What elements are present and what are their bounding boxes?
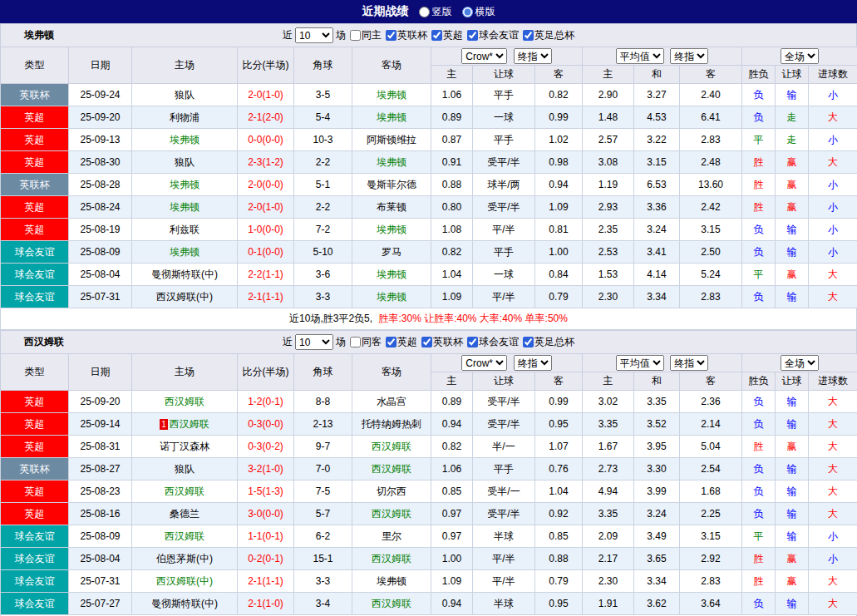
final-odds-select[interactable]: 终指 xyxy=(514,355,552,371)
ah-home-odds: 0.87 xyxy=(431,129,473,151)
eu-away-odds: 2.25 xyxy=(680,503,742,525)
match-result: 负 xyxy=(742,84,776,106)
layout-horizontal-option[interactable]: 横版 xyxy=(462,5,495,19)
match-date: 25-08-09 xyxy=(69,525,132,548)
ah-home-odds: 1.09 xyxy=(431,570,473,593)
layout-vertical-option[interactable]: 竖版 xyxy=(419,5,452,19)
col-type-header: 类型 xyxy=(1,47,69,84)
competition-filter[interactable]: 英联杯 xyxy=(417,335,463,349)
odds-company-select[interactable]: Crow* xyxy=(461,48,507,64)
competition-filter[interactable]: 英超 xyxy=(382,335,417,349)
near-label: 近 xyxy=(283,335,293,349)
competition-checkbox[interactable] xyxy=(431,30,442,41)
odds-company-select[interactable]: Crow* xyxy=(461,355,507,371)
competition-checkbox[interactable] xyxy=(523,30,534,41)
competition-checkbox[interactable] xyxy=(386,30,396,41)
col-home-header: 主场 xyxy=(132,47,238,84)
competition-filter[interactable]: 英足总杯 xyxy=(519,28,574,42)
overunder-result: 大 xyxy=(809,264,857,286)
overunder-result: 小 xyxy=(809,219,857,241)
match-date: 25-08-30 xyxy=(69,151,132,174)
match-row: 球会友谊25-07-31西汉姆联(中)2-1(1-1)3-3埃弗顿1.09平/半… xyxy=(1,286,857,308)
home-team: 狼队 xyxy=(132,458,238,480)
ah-away-odds: 0.99 xyxy=(535,106,583,129)
near-label: 近 xyxy=(283,28,293,42)
match-result: 负 xyxy=(742,593,776,615)
handicap-result: 赢 xyxy=(776,264,809,286)
match-score: 2-1(2-0) xyxy=(238,106,294,129)
match-date: 25-07-31 xyxy=(69,570,132,593)
eu-draw-odds: 3.34 xyxy=(634,570,680,593)
ah-away-odds: 1.02 xyxy=(535,129,583,151)
competition-checkbox[interactable] xyxy=(523,337,534,347)
overunder-result: 大 xyxy=(809,286,857,308)
ah-home-odds: 0.97 xyxy=(431,503,473,525)
match-row: 英超25-08-30狼队2-3(1-2)2-2埃弗顿0.91受平/半0.983.… xyxy=(1,151,857,174)
competition-badge: 英超 xyxy=(1,196,69,219)
competition-badge: 球会友谊 xyxy=(1,593,69,615)
match-score: 0-1(0-0) xyxy=(238,241,294,264)
competition-filter[interactable]: 英联杯 xyxy=(382,28,427,42)
competition-filter[interactable]: 英超 xyxy=(427,28,463,42)
same-filter-checkbox[interactable] xyxy=(350,30,361,41)
competition-checkbox[interactable] xyxy=(386,337,396,347)
competition-badge: 球会友谊 xyxy=(1,241,69,264)
match-score: 2-3(1-2) xyxy=(238,151,294,174)
ah-handicap: 受平/半 xyxy=(473,151,535,174)
match-date: 25-08-31 xyxy=(69,436,132,458)
match-date: 25-08-23 xyxy=(69,480,132,503)
match-rows: 英联杯25-09-24狼队2-0(1-0)3-5埃弗顿1.06平手0.822.9… xyxy=(1,84,857,308)
final-odds-select[interactable]: 终指 xyxy=(514,48,552,64)
corner-score: 3-6 xyxy=(294,264,352,286)
match-score: 3-2(1-0) xyxy=(238,458,294,480)
competition-badge: 英超 xyxy=(1,106,69,129)
eu-away-odds: 2.92 xyxy=(680,548,742,570)
recent-count-select[interactable]: 10 xyxy=(295,334,333,350)
average-select[interactable]: 平均值 xyxy=(616,48,664,64)
corner-score: 5-4 xyxy=(294,106,352,129)
ah-handicap: 一球 xyxy=(473,264,535,286)
ah-handicap: 受平/半 xyxy=(473,413,535,436)
overunder-result: 大 xyxy=(809,413,857,436)
final-odds-select-2[interactable]: 终指 xyxy=(670,355,708,371)
same-filter[interactable]: 同客 xyxy=(346,335,382,349)
ah-home-header: 主 xyxy=(431,372,473,391)
layout-horizontal-radio[interactable] xyxy=(462,7,473,17)
home-team: 曼彻斯特联(中) xyxy=(132,264,238,286)
eu-draw-odds: 3.62 xyxy=(634,593,680,615)
match-result: 负 xyxy=(742,503,776,525)
ah-away-odds: 1.04 xyxy=(535,480,583,503)
col-corner-header: 角球 xyxy=(294,47,352,84)
eu-draw-odds: 3.49 xyxy=(634,525,680,548)
fulltime-select[interactable]: 全场 xyxy=(781,48,819,64)
recent-count-select[interactable]: 10 xyxy=(295,27,333,43)
match-score: 2-1(1-0) xyxy=(238,593,294,615)
competition-label: 英超 xyxy=(397,335,417,349)
average-select[interactable]: 平均值 xyxy=(616,355,664,371)
overunder-result: 小 xyxy=(809,241,857,264)
overunder-result: 小 xyxy=(809,548,857,570)
eu-away-header: 客 xyxy=(680,372,742,391)
competition-filter[interactable]: 英足总杯 xyxy=(519,335,574,349)
competition-filter[interactable]: 球会友谊 xyxy=(463,28,519,42)
fulltime-select[interactable]: 全场 xyxy=(781,355,819,371)
ah-handicap: 受平/半 xyxy=(473,196,535,219)
euro-odds-group-header: 平均值 终指 xyxy=(583,47,742,66)
same-filter[interactable]: 同主 xyxy=(346,28,382,42)
competition-checkbox[interactable] xyxy=(421,337,432,347)
layout-vertical-radio[interactable] xyxy=(419,7,430,17)
ah-home-odds: 0.91 xyxy=(431,151,473,174)
same-filter-checkbox[interactable] xyxy=(350,337,361,347)
match-row: 英超25-09-20利物浦2-1(2-0)5-4埃弗顿0.89一球0.991.4… xyxy=(1,106,857,129)
competition-checkbox[interactable] xyxy=(467,30,478,41)
away-team: 埃弗顿 xyxy=(352,219,431,241)
match-row: 英联杯25-08-27狼队3-2(1-0)7-0西汉姆联1.06平手0.762.… xyxy=(1,458,857,480)
competition-filter[interactable]: 球会友谊 xyxy=(463,335,519,349)
match-row: 球会友谊25-07-27曼彻斯特联(中)2-1(1-0)3-4西汉姆联0.94半… xyxy=(1,593,857,615)
col-date-header: 日期 xyxy=(69,354,132,391)
ah-handicap: 半球 xyxy=(473,525,535,548)
competition-checkbox[interactable] xyxy=(467,337,478,347)
away-team: 埃弗顿 xyxy=(352,286,431,308)
ah-result-header: 让球 xyxy=(776,372,809,391)
final-odds-select-2[interactable]: 终指 xyxy=(670,48,708,64)
